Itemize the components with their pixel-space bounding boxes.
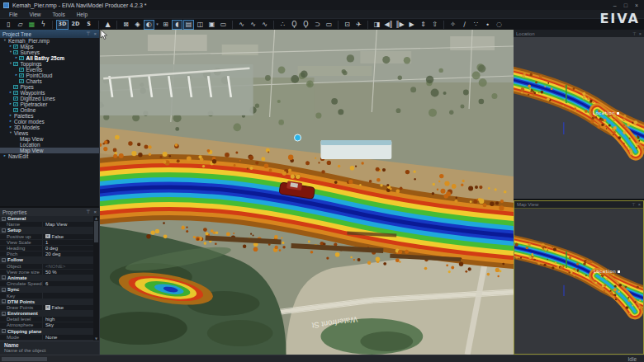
property-section-environment[interactable]: –Environment xyxy=(0,311,93,317)
tree-checkbox[interactable]: ✓ xyxy=(19,73,24,78)
mode-3d-button[interactable]: 3D xyxy=(56,20,69,30)
property-value[interactable]: high xyxy=(43,317,93,322)
circle-tool-icon[interactable]: ◌ xyxy=(494,20,504,30)
tree-checkbox[interactable]: ✓ xyxy=(19,79,24,84)
mode-2d-button[interactable]: 2D xyxy=(69,20,82,30)
checkbox-false-icon[interactable]: × xyxy=(45,305,50,310)
play-icon[interactable]: ▶ xyxy=(406,20,417,30)
spike-point-icon[interactable]: ∙ xyxy=(482,20,493,30)
collapse-section-icon[interactable]: – xyxy=(2,217,6,221)
property-section-general[interactable]: –General xyxy=(0,216,93,222)
pin-icon[interactable]: ⊤ xyxy=(632,202,636,207)
waypoint-add-icon[interactable]: Ϙ xyxy=(301,20,311,30)
spike-dots-icon[interactable]: ∵ xyxy=(471,20,481,30)
new-file-icon[interactable]: ▯ xyxy=(3,20,14,30)
property-value[interactable]: None xyxy=(43,335,93,340)
property-value[interactable]: <NONE> xyxy=(43,264,93,269)
tree-checkbox[interactable]: ✓ xyxy=(13,50,18,55)
map-view-2[interactable]: Map View ⊤ × Location xyxy=(514,200,644,355)
profile-edit-icon[interactable]: ∿ xyxy=(259,20,270,30)
collapse-section-icon[interactable]: – xyxy=(2,299,6,303)
tree-checkbox[interactable]: ✓ xyxy=(19,68,24,73)
maximize-button[interactable]: □ xyxy=(624,2,627,8)
tree-checkbox[interactable]: ✓ xyxy=(19,56,24,61)
tree-checkbox[interactable]: ✓ xyxy=(13,62,18,67)
save-view-icon[interactable]: ⊡ xyxy=(342,20,353,30)
tree-item-pipetracker[interactable]: ▸✓Pipetracker xyxy=(0,101,99,107)
collapse-section-icon[interactable]: – xyxy=(2,312,6,316)
pin-icon[interactable]: ⊤ xyxy=(86,31,90,36)
tree-item-kemah-pier-nmp[interactable]: ▾Kemah_Pier.nmp xyxy=(0,38,99,44)
tree-checkbox[interactable]: ✓ xyxy=(13,85,18,90)
tree-open-arrow-icon[interactable]: ▾ xyxy=(8,131,13,135)
tree-checkbox[interactable]: ✓ xyxy=(13,91,18,96)
connect-icon[interactable]: ϟ xyxy=(38,20,49,30)
menu-help[interactable]: Help xyxy=(71,12,93,17)
tree-closed-arrow-icon[interactable]: ▸ xyxy=(8,125,13,129)
mode-s-button[interactable]: S xyxy=(83,20,95,30)
close-button[interactable]: × xyxy=(635,2,638,8)
pin-icon[interactable]: ⊤ xyxy=(632,31,637,36)
tree-item-pointcloud[interactable]: ▸✓PointCloud xyxy=(0,73,99,78)
tree-item-surveys[interactable]: ▾✓Surveys xyxy=(0,49,99,55)
tree-item-waypoints[interactable]: ▸✓Waypoints xyxy=(0,90,99,96)
step-back-icon[interactable]: ◀‖ xyxy=(383,20,394,30)
property-section-animate[interactable]: –Animate xyxy=(0,275,93,281)
close-panel-icon[interactable]: × xyxy=(93,31,97,36)
open-folder-icon[interactable]: ▱ xyxy=(15,20,26,30)
property-value[interactable]: 20 deg xyxy=(43,252,93,256)
collapse-section-icon[interactable]: – xyxy=(2,329,6,333)
close-panel-icon[interactable]: × xyxy=(638,202,641,207)
tree-item-digitized-lines[interactable]: ✓Digitized Lines xyxy=(0,96,99,101)
clapper-icon[interactable]: ◨ xyxy=(372,20,382,30)
property-value[interactable]: ×False xyxy=(43,234,93,239)
close-panel-icon[interactable]: × xyxy=(639,31,642,36)
fit-view-icon[interactable]: ⊠ xyxy=(121,20,131,30)
main-3d-view[interactable]: Waterfront St xyxy=(99,30,514,355)
profile-multi-icon[interactable]: ∿ xyxy=(248,20,258,30)
checkbox-false-icon[interactable]: × xyxy=(45,234,50,239)
tree-item-naviedit[interactable]: ▸NaviEdit xyxy=(0,153,99,159)
spike-detect-icon[interactable]: ✧ xyxy=(447,20,458,30)
tree-item-all-bathy-25cm[interactable]: ▸✓All Bathy 25cm xyxy=(0,55,99,61)
grid-icon[interactable]: ⊞ xyxy=(160,20,171,30)
property-value[interactable]: ×False xyxy=(43,305,93,310)
elevate-icon[interactable]: ⇧ xyxy=(429,20,440,30)
tree-item-pipes[interactable]: ✓Pipes xyxy=(0,84,99,90)
property-value[interactable]: 50 % xyxy=(43,270,93,275)
properties-scrollbar[interactable]: ▲ ▼ xyxy=(93,216,99,341)
center-vertical-icon[interactable]: ⇕ xyxy=(418,20,429,30)
tree-open-arrow-icon[interactable]: ▾ xyxy=(2,39,7,43)
property-value[interactable]: Sky xyxy=(43,322,93,327)
step-forward-icon[interactable]: ‖▶ xyxy=(395,20,405,30)
profile-icon[interactable]: ∿ xyxy=(236,20,247,30)
property-value[interactable]: 6 xyxy=(43,281,93,286)
orbit-box-icon[interactable]: ◈ xyxy=(132,20,143,30)
track-points-icon[interactable]: ∴ xyxy=(277,20,288,30)
tree-item-map-view[interactable]: Map View xyxy=(0,148,99,153)
save-icon[interactable]: ▦ xyxy=(26,20,37,30)
tree-item-palettes[interactable]: ▸Palettes xyxy=(0,113,99,119)
camera-icon[interactable]: ▣ xyxy=(206,20,217,30)
scroll-thumb[interactable] xyxy=(94,221,98,242)
menu-tools[interactable]: Tools xyxy=(46,12,70,17)
globe-icon[interactable]: ◐ xyxy=(144,20,154,30)
tree-item-toppings[interactable]: ▾✓Toppings xyxy=(0,61,99,67)
tree-closed-arrow-icon[interactable]: ▸ xyxy=(8,120,13,124)
tree-item-events[interactable]: ✓Events xyxy=(0,67,99,73)
collapse-section-icon[interactable]: – xyxy=(2,288,6,292)
main-3d-canvas[interactable]: Waterfront St xyxy=(100,30,514,355)
tree-item-3d-models[interactable]: ▸3D Models xyxy=(0,125,99,130)
waypoint-pin-icon[interactable]: Ϙ xyxy=(289,20,300,30)
tree-item-location[interactable]: Location xyxy=(0,142,99,148)
tree-item-views[interactable]: ▾Views xyxy=(0,130,99,136)
property-section-clipping-plane[interactable]: –Clipping plane xyxy=(0,329,93,335)
ruler-icon[interactable]: ▭ xyxy=(218,20,229,30)
collapse-section-icon[interactable]: – xyxy=(2,258,6,262)
tree-item-color-modes[interactable]: ▸Color modes xyxy=(0,119,99,125)
flight-icon[interactable]: ✈ xyxy=(353,20,364,30)
menu-file[interactable]: File xyxy=(3,12,23,17)
tree-checkbox[interactable]: ✓ xyxy=(13,96,18,101)
menu-view[interactable]: View xyxy=(23,12,46,17)
spike-line-icon[interactable]: ∕ xyxy=(459,20,470,30)
